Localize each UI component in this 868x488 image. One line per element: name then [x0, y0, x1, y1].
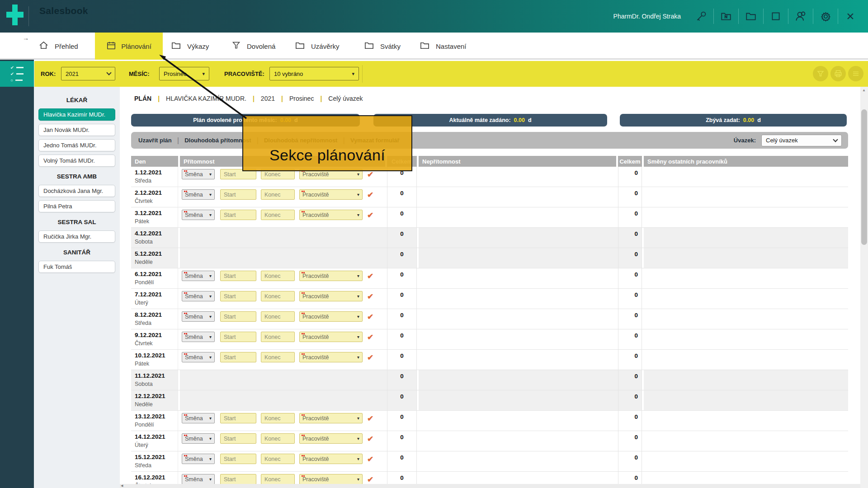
- pracoviste-row-select[interactable]: Pracoviště▾: [299, 332, 363, 342]
- employee-item[interactable]: Ručička Jirka Mgr.: [38, 230, 115, 243]
- konec-input[interactable]: [261, 454, 295, 464]
- horizontal-scrollbar[interactable]: ◀: [120, 484, 860, 488]
- konec-input[interactable]: [261, 189, 295, 200]
- user-icon[interactable]: [791, 6, 810, 26]
- scroll-up-icon[interactable]: ▲: [862, 88, 866, 92]
- collapse-arrow-icon[interactable]: →: [23, 34, 29, 42]
- konec-input[interactable]: [261, 271, 295, 281]
- tab-uzaverky[interactable]: Uzávěrky: [295, 33, 340, 60]
- smena-select[interactable]: Směna▾: [182, 189, 215, 200]
- smena-select[interactable]: Směna▾: [182, 433, 215, 444]
- konec-input[interactable]: [261, 352, 295, 362]
- confirm-check-icon[interactable]: ✔: [367, 190, 373, 200]
- folder-new-icon[interactable]: N: [717, 6, 736, 26]
- konec-input[interactable]: [261, 210, 295, 220]
- pracoviste-row-select[interactable]: Pracoviště▾: [299, 433, 363, 444]
- smena-select[interactable]: Směna▾: [182, 413, 215, 423]
- print-icon[interactable]: [830, 66, 846, 81]
- toolbar-action[interactable]: Dlouhodobá přítomnost: [184, 137, 251, 144]
- start-input[interactable]: [220, 189, 256, 200]
- close-icon[interactable]: ×: [841, 6, 860, 26]
- confirm-check-icon[interactable]: ✔: [367, 414, 373, 423]
- start-input[interactable]: [220, 433, 256, 444]
- row-weekday: Neděle: [135, 401, 178, 408]
- square-icon[interactable]: [766, 6, 785, 26]
- employee-item[interactable]: Docházková Jana Mgr.: [38, 185, 115, 197]
- pracoviste-row-select[interactable]: Pracoviště▾: [299, 311, 363, 322]
- pracoviste-row-select[interactable]: Pracoviště▾: [299, 291, 363, 301]
- konec-input[interactable]: [261, 413, 295, 423]
- smena-select[interactable]: Směna▾: [182, 454, 215, 464]
- uvazek-select[interactable]: Celý úvazek: [761, 135, 842, 146]
- pracoviste-row-select[interactable]: Pracoviště▾: [299, 413, 363, 423]
- konec-input[interactable]: [261, 433, 295, 444]
- employee-item[interactable]: Fuk Tomáš: [38, 261, 115, 273]
- start-input[interactable]: [220, 474, 256, 484]
- confirm-check-icon[interactable]: ✔: [367, 312, 373, 322]
- mesic-select[interactable]: Prosinec▾: [159, 67, 209, 80]
- smena-select[interactable]: Směna▾: [182, 169, 215, 179]
- vertical-scrollbar[interactable]: ▲: [860, 87, 868, 488]
- konec-input[interactable]: [261, 332, 295, 342]
- start-input[interactable]: [220, 413, 256, 423]
- pracoviste-select[interactable]: 10 vybráno▾: [269, 67, 359, 80]
- vertical-scrollbar-thumb[interactable]: [861, 109, 867, 245]
- tab-svatky[interactable]: Svátky: [364, 33, 401, 60]
- tab-vykazy[interactable]: Výkazy: [171, 33, 209, 60]
- employee-item[interactable]: Pilná Petra: [38, 200, 115, 212]
- konec-input[interactable]: [261, 311, 295, 322]
- smena-select[interactable]: Směna▾: [182, 352, 215, 362]
- confirm-check-icon[interactable]: ✔: [367, 475, 373, 484]
- checklist-icon[interactable]: ✔ ✔ ○: [0, 61, 34, 87]
- start-input[interactable]: [220, 332, 256, 342]
- start-input[interactable]: [220, 210, 256, 220]
- scroll-left-icon[interactable]: ◀: [121, 484, 123, 488]
- tab-dovolena[interactable]: Dovolená: [231, 33, 275, 60]
- start-input[interactable]: [220, 271, 256, 281]
- smena-select[interactable]: Směna▾: [182, 474, 215, 484]
- tab-nastaveni[interactable]: Nastavení: [420, 33, 467, 60]
- employee-item[interactable]: Jan Novák MUDr.: [38, 124, 115, 136]
- presence-cell: Směna▾Pracoviště▾✔: [180, 289, 387, 309]
- employee-item[interactable]: Hlavička Kazimír MUDr.: [38, 108, 115, 121]
- tab-prehled[interactable]: Přehled: [38, 33, 78, 60]
- pracoviste-row-select[interactable]: Pracoviště▾: [299, 271, 363, 281]
- start-input[interactable]: [220, 454, 256, 464]
- confirm-check-icon[interactable]: ✔: [367, 211, 373, 220]
- confirm-check-icon[interactable]: ✔: [367, 272, 373, 281]
- confirm-check-icon[interactable]: ✔: [367, 353, 373, 362]
- smena-select[interactable]: Směna▾: [182, 291, 215, 301]
- smena-select[interactable]: Směna▾: [182, 271, 215, 281]
- konec-input[interactable]: [261, 474, 295, 484]
- employee-item[interactable]: Volný Tomáš MUDr.: [38, 155, 115, 167]
- start-input[interactable]: [220, 352, 256, 362]
- tab-planovani[interactable]: Plánování: [95, 33, 163, 60]
- start-input[interactable]: [220, 311, 256, 322]
- toolbar-action[interactable]: Uzavřít plán: [138, 137, 172, 144]
- folder-icon[interactable]: [741, 6, 760, 26]
- confirm-check-icon[interactable]: ✔: [367, 170, 373, 179]
- row-weekday: Středa: [135, 178, 178, 184]
- chevron-down-icon: [833, 137, 838, 142]
- pracoviste-row-select[interactable]: Pracoviště▾: [299, 189, 363, 200]
- pracoviste-row-select[interactable]: Pracoviště▾: [299, 474, 363, 484]
- total-presence-cell: 0: [387, 431, 417, 451]
- pracoviste-row-select[interactable]: Pracoviště▾: [299, 454, 363, 464]
- konec-input[interactable]: [261, 291, 295, 301]
- confirm-check-icon[interactable]: ✔: [367, 292, 373, 301]
- confirm-check-icon[interactable]: ✔: [367, 455, 373, 464]
- key-icon[interactable]: [692, 6, 711, 26]
- pracoviste-row-select[interactable]: Pracoviště▾: [299, 352, 363, 362]
- employee-item[interactable]: Jedno Tomáš MUDr.: [38, 139, 115, 151]
- start-input[interactable]: [220, 291, 256, 301]
- smena-select[interactable]: Směna▾: [182, 311, 215, 322]
- settings-gear-icon[interactable]: [816, 6, 835, 26]
- smena-select[interactable]: Směna▾: [182, 332, 215, 342]
- smena-select[interactable]: Směna▾: [182, 210, 215, 220]
- confirm-check-icon[interactable]: ✔: [367, 333, 373, 342]
- confirm-check-icon[interactable]: ✔: [367, 434, 373, 444]
- pracoviste-row-select[interactable]: Pracoviště▾: [299, 210, 363, 220]
- filter-icon[interactable]: [813, 66, 828, 81]
- rok-select[interactable]: 2021: [61, 67, 115, 80]
- menu-icon[interactable]: [848, 66, 863, 81]
